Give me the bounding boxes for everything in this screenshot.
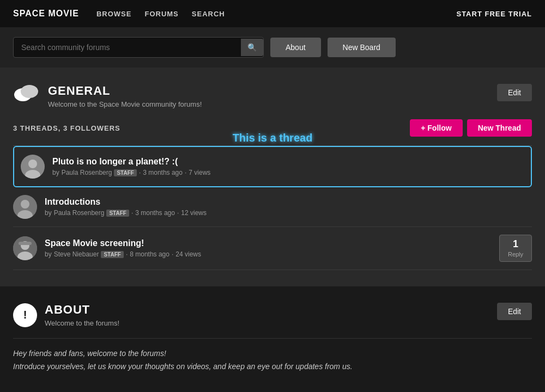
thread-views: 24 views <box>175 250 201 258</box>
thread-time: 8 months ago <box>130 250 169 258</box>
reply-label: Reply <box>508 251 523 258</box>
thread-separator: · <box>126 250 128 258</box>
svg-point-3 <box>28 160 37 168</box>
about-exclamation-icon: ! <box>13 303 37 327</box>
thread-info: Introductions by Paula Rosenberg STAFF ·… <box>45 197 532 217</box>
main-content: GENERAL Welcome to the Space Movie commu… <box>0 68 545 286</box>
avatar <box>13 195 37 219</box>
avatar <box>13 236 37 260</box>
navbar: SPACE MOVIE BROWSE FORUMS SEARCH START F… <box>0 0 545 27</box>
about-subtitle: Welcome to the forums! <box>45 319 119 327</box>
board-chat-icon <box>13 84 39 108</box>
thread-info: Space Movie screening! by Steve Niebauer… <box>45 238 492 258</box>
thread-author: Steve Niebauer <box>54 250 99 258</box>
staff-badge: STAFF <box>101 251 123 258</box>
about-button[interactable]: About <box>270 38 321 57</box>
svg-point-6 <box>21 200 29 209</box>
about-divider <box>13 338 532 339</box>
staff-badge: STAFF <box>114 169 136 176</box>
thread-tooltip: This is a thread <box>233 132 313 144</box>
avatar <box>21 155 45 179</box>
thread-dot: · <box>177 209 179 217</box>
thread-time: 3 months ago <box>135 209 175 217</box>
svg-point-1 <box>21 85 38 98</box>
about-title-area: ! ABOUT Welcome to the forums! <box>13 303 119 327</box>
nav-search[interactable]: SEARCH <box>192 10 225 18</box>
about-section: ! ABOUT Welcome to the forums! Edit Hey … <box>0 286 545 390</box>
board-title: GENERAL <box>48 84 202 98</box>
follow-button[interactable]: + Follow <box>410 119 462 137</box>
thread-views: 12 views <box>181 209 207 217</box>
site-logo: SPACE MOVIE <box>13 9 79 19</box>
svg-rect-11 <box>19 242 32 245</box>
nav-forums[interactable]: FORUMS <box>144 10 178 18</box>
search-submit-button[interactable]: 🔍 <box>241 39 263 56</box>
search-bar-section: 🔍 About New Board <box>0 27 545 68</box>
search-input[interactable] <box>14 38 241 57</box>
thread-meta: by Paula Rosenberg STAFF · 3 months ago … <box>45 209 532 217</box>
thread-time: 3 months ago <box>143 169 183 176</box>
board-title-area: GENERAL Welcome to the Space Movie commu… <box>13 84 202 108</box>
about-header: ! ABOUT Welcome to the forums! Edit <box>13 303 532 327</box>
thread-title: Introductions <box>45 197 532 207</box>
thread-by: by <box>45 209 52 217</box>
nav-links: BROWSE FORUMS SEARCH <box>96 10 457 18</box>
thread-by: by <box>52 169 59 176</box>
general-edit-button[interactable]: Edit <box>497 84 532 101</box>
board-header: GENERAL Welcome to the Space Movie commu… <box>13 84 532 108</box>
board-title-text: GENERAL Welcome to the Space Movie commu… <box>48 84 202 108</box>
thread-row[interactable]: This is a thread Pluto is no longer a pl… <box>13 146 532 187</box>
threads-list: This is a thread Pluto is no longer a pl… <box>13 145 532 270</box>
about-text: Hey friends and fans, welcome to the for… <box>13 347 532 373</box>
thread-separator: · <box>131 209 133 217</box>
thread-meta: by Steve Niebauer STAFF · 8 months ago ·… <box>45 250 492 258</box>
thread-count: 3 THREADS, 3 FOLLOWERS <box>13 124 120 132</box>
action-buttons: + Follow New Thread <box>410 119 532 137</box>
about-text-line2: Introduce yourselves, let us know your t… <box>13 360 532 373</box>
about-edit-button[interactable]: Edit <box>497 303 532 320</box>
thread-dot: · <box>172 250 173 258</box>
thread-row[interactable]: Space Movie screening! by Steve Niebauer… <box>13 227 532 270</box>
thread-views: 7 views <box>189 169 210 176</box>
board-subtitle: Welcome to the Space Movie community for… <box>48 100 202 108</box>
reply-count: 1 <box>506 238 525 250</box>
thread-dot: · <box>185 169 186 176</box>
new-thread-button[interactable]: New Thread <box>467 119 532 137</box>
thread-info: Pluto is no longer a planet!? :( by Paul… <box>52 157 524 176</box>
thread-meta: by Paula Rosenberg STAFF · 3 months ago … <box>52 169 524 176</box>
about-title-text: ABOUT Welcome to the forums! <box>45 303 119 327</box>
nav-browse[interactable]: BROWSE <box>96 10 132 18</box>
about-icon-char: ! <box>23 309 27 321</box>
staff-badge: STAFF <box>106 210 129 217</box>
thread-author: Paula Rosenberg <box>62 169 112 176</box>
thread-title: Space Movie screening! <box>45 238 492 248</box>
thread-row[interactable]: Introductions by Paula Rosenberg STAFF ·… <box>13 187 532 227</box>
thread-title: Pluto is no longer a planet!? :( <box>52 157 524 167</box>
thread-separator: · <box>139 169 141 176</box>
thread-author: Paula Rosenberg <box>54 209 105 217</box>
thread-by: by <box>45 250 52 258</box>
reply-badge[interactable]: 1 Reply <box>499 235 532 262</box>
about-title: ABOUT <box>45 303 119 317</box>
about-text-line1: Hey friends and fans, welcome to the for… <box>13 347 532 360</box>
search-wrapper: 🔍 <box>13 37 264 58</box>
start-free-trial-button[interactable]: START FREE TRIAL <box>456 10 532 18</box>
new-board-button[interactable]: New Board <box>328 38 396 57</box>
